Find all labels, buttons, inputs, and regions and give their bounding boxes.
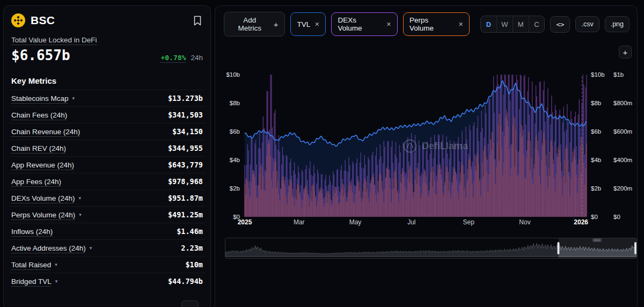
- svg-text:Jul: Jul: [407, 218, 415, 226]
- svg-text:$6b: $6b: [230, 128, 240, 135]
- embed-chart-button[interactable]: <>: [550, 16, 570, 33]
- svg-text:$4b: $4b: [591, 157, 601, 163]
- svg-text:Nov: Nov: [519, 218, 530, 226]
- metric-value: $951.87m: [168, 194, 203, 202]
- download-png-button[interactable]: .png: [605, 16, 630, 32]
- svg-text:$2b: $2b: [591, 185, 601, 192]
- png-label: .png: [611, 20, 624, 28]
- metric-row-perps-volume-24h[interactable]: Perps Volume (24h)▾$491.25m: [9, 206, 205, 223]
- metric-label: Chain Fees (24h): [11, 111, 67, 119]
- metric-row-bridged-tvl[interactable]: Bridged TVL▾$44.794b: [9, 273, 205, 289]
- chart-canvas[interactable]: $0$0$0$2b$2b$200m$4b$4b$400m$6b$6b$600m$…: [215, 41, 637, 235]
- svg-text:$4b: $4b: [230, 157, 240, 163]
- metric-value: $344,955: [168, 144, 203, 152]
- sidebar-header: BSC: [9, 13, 205, 34]
- plus-icon: +: [274, 20, 279, 28]
- tvl-change-period: 24h: [191, 54, 203, 62]
- chart-toolbar: Add Metrics + TVL✕DEXs Volume✕Perps Volu…: [215, 6, 637, 41]
- chevron-down-icon[interactable]: ▾: [72, 96, 75, 101]
- pill-label: TVL: [297, 20, 310, 28]
- period-button-c[interactable]: C: [529, 16, 545, 32]
- tvl-row: $6.657b +0.78% 24h: [11, 47, 203, 72]
- svg-text:Mar: Mar: [294, 218, 305, 226]
- metric-pill-dexs-volume[interactable]: DEXs Volume✕: [331, 12, 397, 36]
- bookmark-icon: [193, 16, 202, 26]
- metric-row-chain-revenue-24h[interactable]: Chain Revenue (24h)$34,150: [9, 123, 205, 140]
- metric-row-chain-rev-24h[interactable]: Chain REV (24h)$344,955: [9, 140, 205, 156]
- chevron-down-icon[interactable]: ▾: [79, 196, 82, 201]
- close-icon[interactable]: ✕: [314, 21, 319, 27]
- chevron-down-icon[interactable]: ▾: [55, 262, 57, 267]
- metric-label: App Fees (24h): [11, 178, 61, 186]
- metric-row-total-raised[interactable]: Total Raised▾$10m: [9, 256, 205, 273]
- svg-text:2026: 2026: [574, 218, 588, 226]
- svg-text:$0: $0: [591, 214, 598, 220]
- metric-pill-tvl[interactable]: TVL✕: [290, 12, 326, 36]
- metric-label: Chain REV (24h): [11, 144, 66, 152]
- tvl-value: $6.657b: [11, 47, 70, 63]
- metric-row-inflows-24h[interactable]: Inflows (24h)$1.46m: [9, 223, 205, 239]
- svg-text:2025: 2025: [238, 218, 252, 226]
- add-metrics-label: Add Metrics: [231, 16, 269, 32]
- metric-value: $1.46m: [177, 227, 203, 236]
- download-csv-button[interactable]: .csv: [575, 16, 599, 32]
- metric-value: 2.23m: [181, 244, 203, 252]
- bsc-chain-logo: [11, 13, 25, 27]
- metric-label: Active Addresses (24h): [11, 244, 86, 252]
- svg-text:$8b: $8b: [230, 100, 240, 106]
- bookmark-button[interactable]: [192, 14, 203, 27]
- metric-value: $13.273b: [168, 94, 203, 103]
- embed-icon: <>: [556, 20, 564, 28]
- metric-value: $44.794b: [168, 277, 203, 286]
- app-root: BSC Total Value Locked in DeFi $6.657b +…: [0, 0, 644, 307]
- page-title: BSC: [31, 14, 55, 27]
- add-metrics-button[interactable]: Add Metrics +: [224, 12, 285, 36]
- panel-divider: [211, 0, 215, 307]
- svg-text:$0: $0: [613, 214, 620, 220]
- metric-label: App Revenue (24h): [11, 161, 74, 169]
- period-button-m[interactable]: M: [513, 16, 529, 32]
- chevron-down-icon[interactable]: ▾: [55, 279, 58, 284]
- key-metrics-list: Stablecoins Mcap▾$13.273bChain Fees (24h…: [9, 90, 205, 289]
- close-icon[interactable]: ✕: [458, 21, 463, 27]
- period-button-d[interactable]: D: [481, 16, 496, 32]
- metric-label: Inflows (24h): [11, 228, 53, 236]
- svg-text:$600m: $600m: [613, 128, 632, 135]
- metric-value: $34,150: [172, 127, 203, 136]
- tvl-change: +0.78%: [161, 54, 186, 62]
- metric-value: $643,779: [168, 160, 203, 169]
- metric-label: Bridged TVL: [11, 277, 52, 286]
- chevron-down-icon[interactable]: ▾: [90, 246, 92, 251]
- timeline-brush[interactable]: [225, 238, 637, 259]
- chevron-down-icon[interactable]: ▾: [79, 213, 82, 217]
- metric-value: $491.25m: [168, 210, 203, 219]
- chart-add-button[interactable]: +: [619, 46, 632, 59]
- pill-label: Perps Volume: [409, 16, 454, 32]
- metric-label: Chain Revenue (24h): [11, 128, 80, 136]
- svg-text:$400m: $400m: [613, 157, 632, 163]
- metric-row-chain-fees-24h[interactable]: Chain Fees (24h)$341,503: [9, 106, 205, 123]
- pill-label: DEXs Volume: [338, 16, 382, 32]
- metric-pill-perps-volume[interactable]: Perps Volume✕: [403, 12, 470, 36]
- metric-pills: TVL✕DEXs Volume✕Perps Volume✕: [290, 12, 470, 36]
- period-button-w[interactable]: W: [496, 16, 513, 32]
- period-selector: DWMC: [480, 16, 545, 33]
- svg-text:$2b: $2b: [230, 185, 240, 192]
- metric-label: Perps Volume (24h): [11, 211, 75, 219]
- close-icon[interactable]: ✕: [386, 21, 391, 27]
- main-chart[interactable]: $0$0$0$2b$2b$200m$4b$4b$400m$6b$6b$600m$…: [215, 41, 637, 235]
- metric-row-app-fees-24h[interactable]: App Fees (24h)$978,968: [9, 173, 205, 189]
- sidebar-overflow-button[interactable]: [181, 301, 199, 307]
- svg-text:$6b: $6b: [591, 128, 601, 135]
- metric-row-app-revenue-24h[interactable]: App Revenue (24h)$643,779: [9, 156, 205, 173]
- metric-row-dexs-volume-24h[interactable]: DEXs Volume (24h)▾$951.87m: [9, 189, 205, 206]
- svg-text:$10b: $10b: [226, 71, 240, 78]
- svg-text:$200m: $200m: [613, 185, 632, 192]
- metric-value: $10m: [185, 260, 203, 269]
- svg-text:$800m: $800m: [613, 100, 632, 106]
- metric-row-active-addresses-24h[interactable]: Active Addresses (24h)▾2.23m: [9, 239, 205, 256]
- key-metrics-title: Key Metrics: [11, 76, 203, 85]
- csv-label: .csv: [581, 20, 593, 28]
- metric-row-stablecoins-mcap[interactable]: Stablecoins Mcap▾$13.273b: [9, 90, 205, 106]
- metric-label: Stablecoins Mcap: [11, 94, 69, 103]
